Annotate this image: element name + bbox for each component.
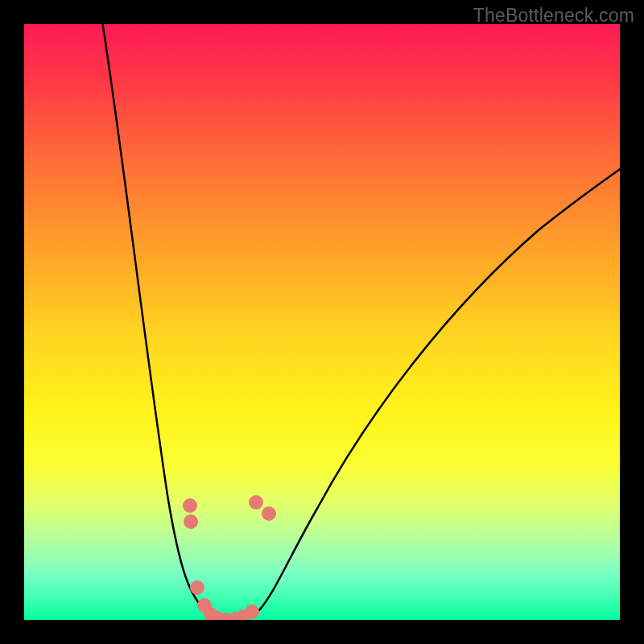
chart-plot-area: [24, 24, 620, 620]
data-marker: [183, 498, 197, 513]
watermark-text: TheBottleneck.com: [473, 5, 634, 27]
data-marker: [262, 506, 276, 521]
data-marker: [184, 514, 198, 529]
bottleneck-curve-svg: [24, 24, 620, 620]
data-marker: [245, 605, 259, 619]
curve-left-branch: [101, 24, 258, 619]
curve-right-branch: [258, 161, 620, 612]
data-marker: [249, 495, 263, 510]
data-marker: [190, 580, 204, 595]
